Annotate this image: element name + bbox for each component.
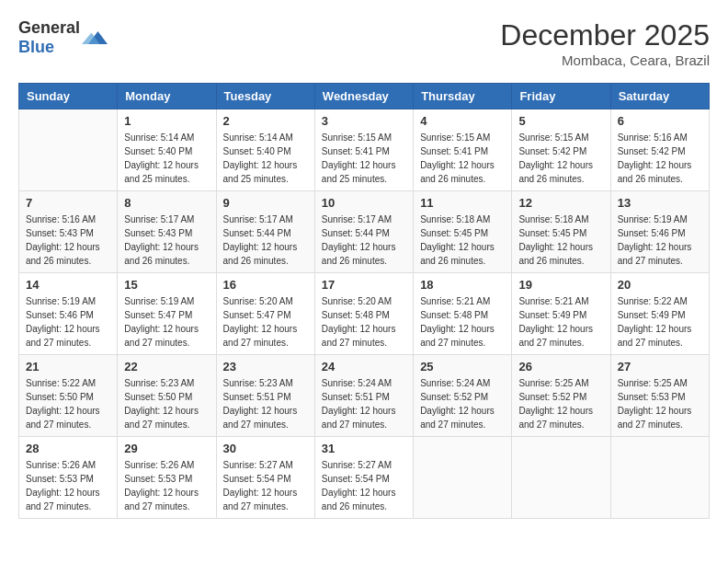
day-number: 31	[322, 442, 406, 455]
day-number: 4	[420, 114, 505, 128]
day-number: 22	[124, 360, 209, 373]
calendar-cell: 25 Sunrise: 5:24 AM Sunset: 5:52 PM Dayl…	[414, 355, 512, 437]
day-detail: Sunrise: 5:26 AM Sunset: 5:53 PM Dayligh…	[26, 458, 110, 513]
calendar-cell: 16 Sunrise: 5:20 AM Sunset: 5:47 PM Dayl…	[216, 273, 314, 355]
day-number: 3	[322, 114, 406, 128]
calendar-cell: 13 Sunrise: 5:19 AM Sunset: 5:46 PM Dayl…	[610, 191, 709, 273]
calendar-cell: 18 Sunrise: 5:21 AM Sunset: 5:48 PM Dayl…	[414, 273, 512, 355]
calendar-cell: 27 Sunrise: 5:25 AM Sunset: 5:53 PM Dayl…	[610, 355, 709, 437]
day-number: 29	[124, 442, 209, 455]
day-detail: Sunrise: 5:16 AM Sunset: 5:42 PM Dayligh…	[618, 131, 702, 186]
calendar-cell: 20 Sunrise: 5:22 AM Sunset: 5:49 PM Dayl…	[610, 273, 709, 355]
calendar-cell: 9 Sunrise: 5:17 AM Sunset: 5:44 PM Dayli…	[216, 191, 314, 273]
calendar-cell: 3 Sunrise: 5:15 AM Sunset: 5:41 PM Dayli…	[314, 109, 413, 191]
calendar-cell: 28 Sunrise: 5:26 AM Sunset: 5:53 PM Dayl…	[19, 437, 118, 519]
day-number: 1	[124, 114, 209, 128]
day-number: 19	[518, 278, 603, 292]
calendar-cell: 5 Sunrise: 5:15 AM Sunset: 5:42 PM Dayli…	[512, 109, 610, 191]
calendar-cell: 30 Sunrise: 5:27 AM Sunset: 5:54 PM Dayl…	[216, 437, 314, 519]
day-detail: Sunrise: 5:16 AM Sunset: 5:43 PM Dayligh…	[26, 213, 110, 268]
day-number: 23	[223, 360, 308, 373]
calendar-cell: 7 Sunrise: 5:16 AM Sunset: 5:43 PM Dayli…	[19, 191, 118, 273]
calendar-week-row: 28 Sunrise: 5:26 AM Sunset: 5:53 PM Dayl…	[19, 437, 710, 519]
calendar-cell: 11 Sunrise: 5:18 AM Sunset: 5:45 PM Dayl…	[414, 191, 512, 273]
day-number: 25	[420, 360, 505, 373]
day-number: 28	[26, 442, 110, 455]
day-detail: Sunrise: 5:19 AM Sunset: 5:47 PM Dayligh…	[124, 294, 209, 350]
day-detail: Sunrise: 5:19 AM Sunset: 5:46 PM Dayligh…	[26, 294, 110, 350]
day-detail: Sunrise: 5:20 AM Sunset: 5:47 PM Dayligh…	[223, 294, 308, 350]
calendar-cell: 23 Sunrise: 5:23 AM Sunset: 5:51 PM Dayl…	[216, 355, 314, 437]
day-detail: Sunrise: 5:17 AM Sunset: 5:44 PM Dayligh…	[223, 213, 308, 268]
day-detail: Sunrise: 5:14 AM Sunset: 5:40 PM Dayligh…	[124, 131, 209, 186]
col-tuesday: Tuesday	[216, 84, 314, 109]
calendar-cell: 22 Sunrise: 5:23 AM Sunset: 5:50 PM Dayl…	[118, 355, 216, 437]
day-detail: Sunrise: 5:17 AM Sunset: 5:44 PM Dayligh…	[322, 213, 406, 268]
col-friday: Friday	[512, 84, 610, 109]
day-detail: Sunrise: 5:20 AM Sunset: 5:48 PM Dayligh…	[322, 294, 406, 350]
calendar-cell: 1 Sunrise: 5:14 AM Sunset: 5:40 PM Dayli…	[118, 109, 216, 191]
day-number: 9	[223, 196, 308, 210]
day-detail: Sunrise: 5:19 AM Sunset: 5:46 PM Dayligh…	[618, 213, 702, 268]
calendar-cell	[19, 109, 118, 191]
col-sunday: Sunday	[19, 84, 118, 109]
calendar-cell: 2 Sunrise: 5:14 AM Sunset: 5:40 PM Dayli…	[216, 109, 314, 191]
day-number: 26	[518, 360, 603, 373]
day-detail: Sunrise: 5:15 AM Sunset: 5:42 PM Dayligh…	[518, 131, 603, 186]
col-thursday: Thursday	[414, 84, 512, 109]
day-number: 2	[223, 114, 308, 128]
month-year-title: December 2025	[500, 18, 710, 52]
calendar-cell: 17 Sunrise: 5:20 AM Sunset: 5:48 PM Dayl…	[314, 273, 413, 355]
calendar-cell: 21 Sunrise: 5:22 AM Sunset: 5:50 PM Dayl…	[19, 355, 118, 437]
day-detail: Sunrise: 5:25 AM Sunset: 5:52 PM Dayligh…	[518, 376, 603, 431]
day-detail: Sunrise: 5:18 AM Sunset: 5:45 PM Dayligh…	[420, 213, 505, 268]
day-detail: Sunrise: 5:24 AM Sunset: 5:51 PM Dayligh…	[322, 376, 406, 431]
logo-text: General Blue	[18, 18, 80, 57]
calendar-week-row: 14 Sunrise: 5:19 AM Sunset: 5:46 PM Dayl…	[19, 273, 710, 355]
day-detail: Sunrise: 5:23 AM Sunset: 5:51 PM Dayligh…	[223, 376, 308, 431]
day-number: 14	[26, 278, 110, 292]
logo: General Blue	[18, 18, 108, 57]
calendar-cell: 14 Sunrise: 5:19 AM Sunset: 5:46 PM Dayl…	[19, 273, 118, 355]
calendar-cell: 8 Sunrise: 5:17 AM Sunset: 5:43 PM Dayli…	[118, 191, 216, 273]
col-wednesday: Wednesday	[314, 84, 413, 109]
calendar-week-row: 7 Sunrise: 5:16 AM Sunset: 5:43 PM Dayli…	[19, 191, 710, 273]
day-detail: Sunrise: 5:27 AM Sunset: 5:54 PM Dayligh…	[322, 458, 406, 513]
calendar-header-row: Sunday Monday Tuesday Wednesday Thursday…	[19, 84, 710, 109]
day-detail: Sunrise: 5:15 AM Sunset: 5:41 PM Dayligh…	[420, 131, 505, 186]
day-number: 10	[322, 196, 406, 210]
location-subtitle: Mombaca, Ceara, Brazil	[500, 52, 710, 68]
calendar-cell: 29 Sunrise: 5:26 AM Sunset: 5:53 PM Dayl…	[118, 437, 216, 519]
calendar-cell: 24 Sunrise: 5:24 AM Sunset: 5:51 PM Dayl…	[314, 355, 413, 437]
calendar-table: Sunday Monday Tuesday Wednesday Thursday…	[18, 83, 710, 519]
day-number: 16	[223, 278, 308, 292]
day-number: 30	[223, 442, 308, 455]
header: General Blue December 2025 Mombaca, Cear…	[18, 18, 710, 68]
day-number: 15	[124, 278, 209, 292]
calendar-cell	[512, 437, 610, 519]
day-detail: Sunrise: 5:21 AM Sunset: 5:49 PM Dayligh…	[518, 294, 603, 350]
day-number: 6	[618, 114, 702, 128]
logo-general: General	[18, 18, 80, 37]
day-number: 13	[618, 196, 702, 210]
calendar-cell: 10 Sunrise: 5:17 AM Sunset: 5:44 PM Dayl…	[314, 191, 413, 273]
calendar-cell: 6 Sunrise: 5:16 AM Sunset: 5:42 PM Dayli…	[610, 109, 709, 191]
day-number: 7	[26, 196, 110, 210]
day-number: 5	[518, 114, 603, 128]
day-detail: Sunrise: 5:17 AM Sunset: 5:43 PM Dayligh…	[124, 213, 209, 268]
day-detail: Sunrise: 5:26 AM Sunset: 5:53 PM Dayligh…	[124, 458, 209, 513]
day-number: 17	[322, 278, 406, 292]
day-detail: Sunrise: 5:18 AM Sunset: 5:45 PM Dayligh…	[518, 213, 603, 268]
calendar-cell: 26 Sunrise: 5:25 AM Sunset: 5:52 PM Dayl…	[512, 355, 610, 437]
col-saturday: Saturday	[610, 84, 709, 109]
day-detail: Sunrise: 5:22 AM Sunset: 5:49 PM Dayligh…	[618, 294, 702, 350]
logo-icon	[82, 25, 108, 51]
calendar-cell: 12 Sunrise: 5:18 AM Sunset: 5:45 PM Dayl…	[512, 191, 610, 273]
calendar-cell: 19 Sunrise: 5:21 AM Sunset: 5:49 PM Dayl…	[512, 273, 610, 355]
calendar-cell: 31 Sunrise: 5:27 AM Sunset: 5:54 PM Dayl…	[314, 437, 413, 519]
calendar-week-row: 1 Sunrise: 5:14 AM Sunset: 5:40 PM Dayli…	[19, 109, 710, 191]
day-detail: Sunrise: 5:23 AM Sunset: 5:50 PM Dayligh…	[124, 376, 209, 431]
calendar-cell: 4 Sunrise: 5:15 AM Sunset: 5:41 PM Dayli…	[414, 109, 512, 191]
day-number: 20	[618, 278, 702, 292]
day-number: 8	[124, 196, 209, 210]
